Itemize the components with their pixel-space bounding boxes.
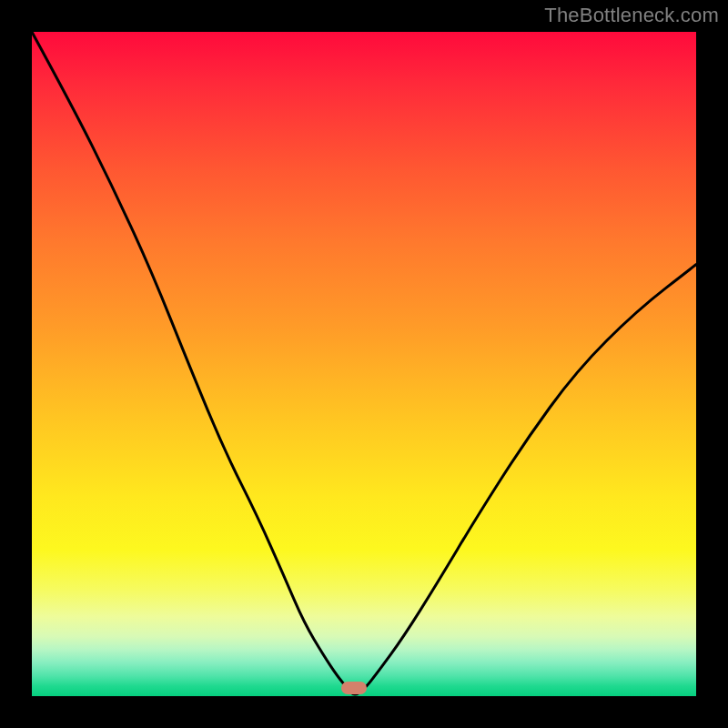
balance-marker bbox=[341, 682, 367, 694]
curve-path bbox=[32, 32, 696, 694]
attribution-watermark: TheBottleneck.com bbox=[544, 4, 719, 27]
bottleneck-curve bbox=[32, 32, 696, 696]
chart-frame: TheBottleneck.com bbox=[0, 0, 728, 728]
plot-area bbox=[32, 32, 696, 696]
